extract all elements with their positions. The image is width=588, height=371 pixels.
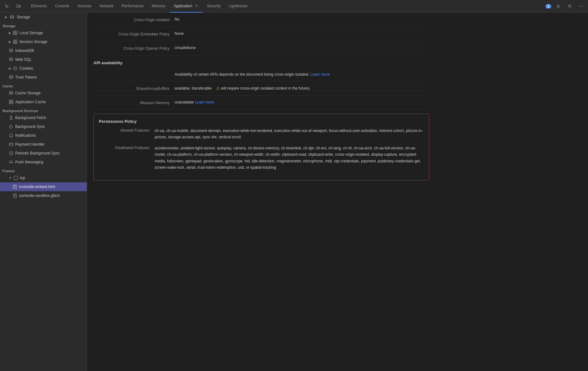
content-inner: Cross-Origin Isolated No Cross-Origin Em… <box>87 13 436 180</box>
sidebar-item-periodic-bg-sync[interactable]: Periodic Background Sync <box>0 149 87 158</box>
svg-point-20 <box>16 67 16 68</box>
sidebar-storage-top-label: Storage <box>17 15 30 19</box>
tab-lighthouse[interactable]: Lighthouse <box>225 0 251 13</box>
sidebar-item-app-cache[interactable]: Application Cache <box>0 97 87 106</box>
warning-icon: ⚠ <box>216 86 220 91</box>
svg-rect-34 <box>14 176 18 180</box>
svg-rect-27 <box>11 102 13 104</box>
sidebar-item-session-storage[interactable]: Session Storage <box>0 37 87 46</box>
svg-point-4 <box>579 6 580 6</box>
sidebar-item-payment-handler[interactable]: Payment Handler <box>0 140 87 149</box>
page-icon <box>13 193 17 198</box>
svg-rect-26 <box>9 102 11 104</box>
disallowed-features-label: Disallowed Features <box>99 145 150 150</box>
sidebar-item-frame-top[interactable]: top <box>0 173 87 182</box>
trust-tokens-label: Trust Tokens <box>15 75 37 79</box>
measure-memory-row: Measure Memory unavailable Learn more <box>93 96 429 110</box>
websql-label: Web SQL <box>15 57 32 62</box>
push-messaging-label: Push Messaging <box>15 160 43 164</box>
svg-point-3 <box>569 4 570 6</box>
tab-security[interactable]: Security <box>203 0 224 13</box>
websql-icon <box>9 57 13 62</box>
sidebar-item-notifications[interactable]: Notifications <box>0 131 87 140</box>
svg-rect-14 <box>13 42 15 44</box>
shared-array-buffers-label: SharedArrayBuffers <box>93 86 169 91</box>
api-description-row: Availability of certain APIs depends on … <box>93 68 429 81</box>
app-cache-label: Application Cache <box>15 100 46 104</box>
svg-rect-1 <box>20 5 21 7</box>
sidebar-item-bg-sync[interactable]: Background Sync <box>0 122 87 131</box>
svg-point-17 <box>10 58 13 59</box>
tab-bar: Elements Console Sources Network Perform… <box>0 0 588 13</box>
bg-fetch-label: Background Fetch <box>15 116 46 120</box>
api-learn-more-link[interactable]: Learn more <box>310 72 330 77</box>
tab-application[interactable]: Application ✕ <box>170 0 202 13</box>
sidebar-item-storage-top[interactable]: Storage <box>0 13 87 22</box>
tab-network[interactable]: Network <box>96 0 117 13</box>
bg-sync-icon <box>9 124 13 129</box>
user-icon[interactable] <box>565 2 574 11</box>
indexeddb-label: IndexedDB <box>15 48 34 53</box>
sidebar-item-push-messaging[interactable]: Push Messaging <box>0 158 87 167</box>
page-icon <box>13 185 17 189</box>
periodic-bg-sync-label: Periodic Background Sync <box>15 151 60 155</box>
sidebar-item-cache-storage[interactable]: Cache Storage <box>0 89 87 97</box>
svg-point-16 <box>10 49 13 50</box>
svg-point-6 <box>582 6 583 6</box>
tab-close-button[interactable]: ✕ <box>194 4 199 8</box>
sidebar-item-bg-fetch[interactable]: Background Fetch <box>0 113 87 122</box>
allowed-features-value: ch-ua, ch-ua-mobile, document-domain, ex… <box>155 128 424 141</box>
svg-rect-13 <box>16 40 17 41</box>
sidebar-item-trust-tokens[interactable]: Trust Tokens <box>0 73 87 82</box>
local-storage-label: Local Storage <box>19 31 43 35</box>
notifications-icon <box>9 133 13 138</box>
tab-bar-right: 2 <box>546 2 585 11</box>
devtools-icons <box>3 2 27 11</box>
indexeddb-icon <box>9 48 13 53</box>
tab-elements[interactable]: Elements <box>27 0 51 13</box>
tab-sources[interactable]: Sources <box>74 0 95 13</box>
chevron-icon <box>9 67 11 70</box>
sidebar-item-crosssite-embed[interactable]: crosssite-embed.html <box>0 182 87 191</box>
tab-performance[interactable]: Performance <box>118 0 147 13</box>
sidebar-item-indexeddb[interactable]: IndexedDB <box>0 46 87 55</box>
sidebar-item-local-storage[interactable]: Local Storage <box>0 28 87 37</box>
issues-badge[interactable]: 2 <box>546 4 551 9</box>
svg-point-22 <box>10 75 13 77</box>
content-area: Cross-Origin Isolated No Cross-Origin Em… <box>87 13 588 371</box>
cookies-icon <box>13 66 17 71</box>
tab-memory[interactable]: Memory <box>148 0 169 13</box>
settings-icon[interactable] <box>554 2 563 11</box>
frame-icon <box>14 176 18 180</box>
cursor-icon[interactable] <box>3 2 11 11</box>
measure-memory-label: Measure Memory <box>93 100 169 105</box>
samesite-sandbox-label: samesite-sandbox.glitch <box>19 193 60 198</box>
payment-handler-label: Payment Handler <box>15 142 45 147</box>
measure-memory-learn-more-link[interactable]: Learn more <box>195 100 214 104</box>
frame-top-label: top <box>20 176 25 180</box>
svg-point-7 <box>10 15 14 16</box>
push-messaging-icon <box>9 160 13 164</box>
cross-origin-isolated-row: Cross-Origin Isolated No <box>93 13 429 27</box>
cross-origin-embedder-value: None <box>175 31 429 36</box>
sidebar-item-samesite-sandbox[interactable]: samesite-sandbox.glitch <box>0 191 87 200</box>
api-description-spacer <box>93 72 169 73</box>
allowed-features-row: Allowed Features ch-ua, ch-ua-mobile, do… <box>99 128 424 141</box>
local-storage-icon <box>13 31 17 35</box>
cache-group-label: Cache <box>0 82 87 89</box>
sidebar-item-websql[interactable]: Web SQL <box>0 55 87 64</box>
disallowed-features-value: accelerometer, ambient-light-sensor, aut… <box>155 145 424 171</box>
cross-origin-isolated-value: No <box>175 17 429 22</box>
svg-rect-25 <box>11 100 13 102</box>
svg-point-2 <box>557 5 559 7</box>
more-icon[interactable] <box>577 2 585 11</box>
notifications-label: Notifications <box>15 133 36 138</box>
storage-icon <box>10 15 14 19</box>
bg-services-group-label: Background Services <box>0 106 87 113</box>
bg-fetch-icon <box>9 116 13 120</box>
devices-icon[interactable] <box>14 2 23 11</box>
trust-tokens-icon <box>9 75 13 79</box>
chevron-icon <box>9 176 12 179</box>
sidebar-item-cookies[interactable]: Cookies <box>0 64 87 73</box>
tab-console[interactable]: Console <box>51 0 73 13</box>
